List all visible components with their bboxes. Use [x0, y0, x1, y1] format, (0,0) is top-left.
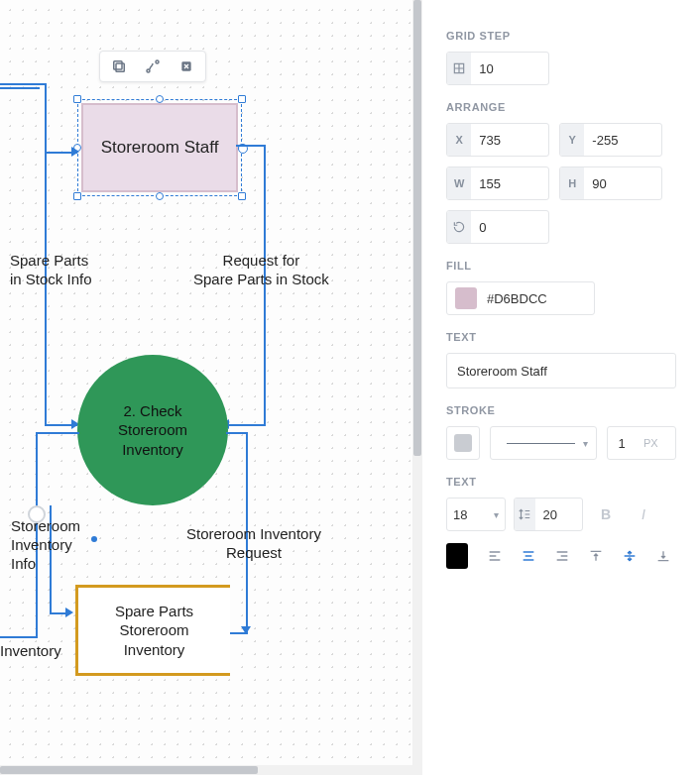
arrange-w-field[interactable]: W: [446, 166, 549, 200]
resize-handle-sw[interactable]: [73, 192, 81, 200]
svg-point-2: [147, 69, 150, 72]
chevron-down-icon: ▾: [494, 509, 499, 520]
align-left-button[interactable]: [482, 541, 508, 571]
valign-middle-button[interactable]: [617, 541, 642, 571]
stroke-swatch: [454, 434, 472, 452]
properties-panel: GRID STEP ARRANGE X Y W H: [422, 0, 700, 775]
shape-text-input[interactable]: [446, 353, 676, 388]
text-color-button[interactable]: [446, 543, 468, 569]
svg-point-3: [156, 60, 159, 63]
arrowhead-icon: [71, 147, 79, 157]
bold-button[interactable]: B: [591, 499, 621, 529]
edge-segment: [36, 432, 79, 434]
shape-label: 2. Check Storeroom Inventory: [118, 401, 187, 460]
rotate-icon: [447, 211, 471, 243]
edge-segment: [0, 83, 45, 85]
line-height-icon: [515, 498, 535, 530]
line-height-field[interactable]: [514, 498, 583, 531]
section-header-text: TEXT: [446, 331, 676, 343]
edge-segment: [228, 424, 266, 426]
fill-color-field[interactable]: #D6BDCC: [446, 281, 595, 315]
font-size-select[interactable]: 18 ▾: [446, 498, 506, 531]
scrollbar-thumb[interactable]: [0, 766, 258, 774]
valign-bottom-button[interactable]: [650, 541, 676, 571]
clone-icon[interactable]: [108, 55, 130, 77]
shape-check-inventory[interactable]: 2. Check Storeroom Inventory: [77, 355, 228, 505]
resize-handle-nw[interactable]: [73, 95, 81, 103]
h-label: H: [560, 167, 584, 199]
delete-icon[interactable]: [175, 55, 197, 77]
resize-handle-n[interactable]: [156, 95, 164, 103]
grid-step-field[interactable]: [446, 52, 549, 85]
chevron-down-icon: ▾: [583, 438, 588, 449]
fill-hex: #D6BDCC: [487, 291, 547, 306]
resize-handle-s[interactable]: [156, 192, 164, 200]
selection-outline: [77, 99, 242, 196]
arrange-y-input[interactable]: [584, 133, 661, 148]
horizontal-scrollbar[interactable]: [0, 765, 412, 775]
section-header-grid-step: GRID STEP: [446, 30, 676, 42]
edge-segment: [236, 145, 266, 147]
svg-rect-0: [116, 63, 124, 71]
edge-label[interactable]: Spare Partsin Stock Info: [10, 252, 92, 289]
w-label: W: [447, 167, 471, 199]
edge-label[interactable]: Request forSpare Parts in Stock: [193, 252, 329, 289]
shape-label: Spare Parts Storeroom Inventory: [115, 602, 193, 660]
valign-top-button[interactable]: [583, 541, 609, 571]
shape-spare-parts-store[interactable]: Spare Parts Storeroom Inventory: [75, 585, 230, 676]
scrollbar-thumb[interactable]: [413, 0, 421, 456]
align-center-button[interactable]: [516, 541, 541, 571]
stroke-width-input[interactable]: [608, 436, 636, 451]
section-header-fill: FILL: [446, 260, 676, 272]
arrowhead-icon: [241, 626, 251, 634]
arrange-w-input[interactable]: [471, 176, 548, 191]
line-height-input[interactable]: [535, 507, 582, 522]
arrange-y-field[interactable]: Y: [559, 123, 662, 157]
arrange-h-input[interactable]: [584, 176, 661, 191]
edge-segment: [0, 636, 36, 638]
resize-handle-ne[interactable]: [238, 95, 246, 103]
fill-swatch[interactable]: [455, 287, 477, 309]
vertical-scrollbar[interactable]: [412, 0, 422, 775]
waypoint-dot[interactable]: [91, 536, 97, 542]
arrange-angle-field[interactable]: [446, 210, 549, 244]
resize-handle-se[interactable]: [238, 192, 246, 200]
section-header-text-style: TEXT: [446, 476, 676, 488]
edge-label[interactable]: Storeroom InventoryRequest: [186, 525, 321, 563]
arrowhead-icon: [65, 608, 73, 617]
svg-rect-1: [114, 61, 122, 69]
y-label: Y: [560, 124, 584, 156]
stroke-width-field[interactable]: PX: [607, 426, 676, 460]
arrange-x-field[interactable]: X: [446, 123, 549, 157]
edge-label[interactable]: Inventory: [0, 642, 61, 661]
connect-icon[interactable]: [142, 55, 164, 77]
edge-label[interactable]: StoreroomInventoryInfo: [11, 517, 80, 573]
edge-segment: [226, 432, 248, 434]
arrange-angle-input[interactable]: [471, 220, 548, 235]
grid-icon: [447, 53, 471, 84]
px-suffix: PX: [636, 437, 666, 449]
italic-button[interactable]: I: [629, 499, 658, 529]
stroke-preview-line: [507, 443, 575, 444]
selection-toolbar: [99, 51, 206, 82]
grid-step-input[interactable]: [471, 61, 548, 76]
stroke-style-select[interactable]: ▾: [490, 426, 597, 460]
arrange-h-field[interactable]: H: [559, 166, 662, 200]
arrange-x-input[interactable]: [471, 133, 548, 148]
x-label: X: [447, 124, 471, 156]
font-size-value: 18: [453, 507, 467, 522]
edge-segment: [0, 87, 40, 89]
diagram-canvas[interactable]: Storeroom Staff 2. Check Storeroom Inven…: [0, 0, 412, 775]
align-right-button[interactable]: [549, 541, 575, 571]
section-header-arrange: ARRANGE: [446, 101, 676, 113]
section-header-stroke: STROKE: [446, 404, 676, 416]
stroke-color-button[interactable]: [446, 426, 480, 460]
